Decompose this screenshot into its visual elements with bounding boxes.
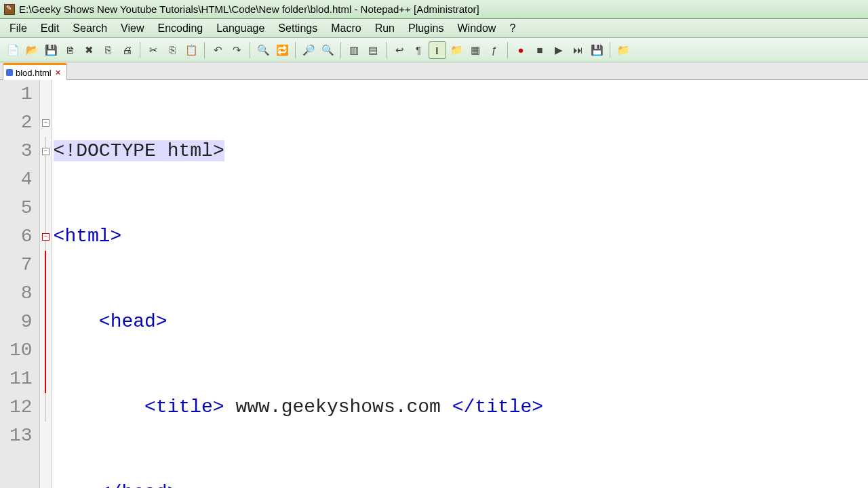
code-line: <!DOCTYPE html> [52, 137, 868, 165]
menu-macro[interactable]: Macro [324, 19, 368, 37]
replace-button[interactable]: 🔁 [273, 41, 291, 59]
line-number: 3 [9, 137, 33, 165]
close-button[interactable]: ✖ [80, 41, 98, 59]
menu-language[interactable]: Language [210, 19, 271, 37]
sync-h-button[interactable]: ▤ [364, 41, 382, 59]
tab-bar: blod.html ✕ [0, 62, 868, 80]
editor-area[interactable]: 1 2 3 4 5 6 7 8 9 10 11 12 13 <!DOCTYPE … [0, 80, 868, 488]
toolbar-separator [250, 42, 250, 58]
line-number: 6 [9, 222, 33, 251]
line-number: 4 [9, 165, 33, 194]
cut-button[interactable]: ✂ [144, 41, 162, 59]
word-wrap-button[interactable]: ↩ [391, 41, 408, 59]
line-number: 8 [9, 279, 33, 308]
menu-settings[interactable]: Settings [271, 19, 324, 37]
menu-window[interactable]: Window [450, 19, 502, 37]
toolbar-separator [386, 42, 387, 58]
tab-label: blod.html [16, 68, 52, 78]
menu-search[interactable]: Search [66, 19, 114, 37]
app-icon [4, 4, 15, 15]
zoom-in-button[interactable]: 🔎 [300, 41, 317, 59]
toolbar-separator [610, 42, 610, 58]
fold-toggle-icon[interactable] [42, 233, 50, 241]
print-button[interactable]: 🖨 [118, 41, 136, 59]
zoom-out-button[interactable]: 🔍 [319, 41, 336, 59]
open-file-button[interactable]: 📂 [23, 41, 41, 59]
toolbar-separator [295, 42, 296, 58]
paste-button[interactable]: 📋 [182, 41, 200, 59]
line-number: 13 [9, 422, 33, 450]
menu-edit[interactable]: Edit [34, 19, 66, 37]
save-button[interactable]: 💾 [42, 41, 60, 59]
line-number: 9 [9, 308, 33, 336]
line-number: 2 [9, 108, 33, 137]
line-number: 11 [9, 365, 33, 393]
file-type-icon [6, 69, 13, 76]
line-number-gutter: 1 2 3 4 5 6 7 8 9 10 11 12 13 [0, 80, 40, 488]
close-all-button[interactable]: ⎘ [99, 41, 117, 59]
code-line: </head> [52, 479, 868, 488]
new-file-button[interactable]: 📄 [4, 41, 22, 59]
menu-bar: File Edit Search View Encoding Language … [0, 19, 868, 38]
toolbar-separator [340, 42, 341, 58]
toolbar: 📄 📂 💾 🗎 ✖ ⎘ 🖨 ✂ ⎘ 📋 ↶ ↷ 🔍 🔁 🔎 🔍 ▥ ▤ ↩ ¶ … [0, 38, 868, 62]
line-number: 12 [9, 393, 33, 422]
show-all-chars-button[interactable]: ¶ [410, 41, 427, 59]
line-number: 5 [9, 194, 33, 222]
folder-button[interactable]: 📁 [614, 41, 632, 59]
window-title: E:\Geeky Shows New Youtube Tutorials\HTM… [19, 3, 479, 15]
fold-toggle-icon[interactable] [42, 148, 50, 155]
user-lang-button[interactable]: 📁 [448, 41, 465, 59]
fold-toggle-icon[interactable] [42, 119, 50, 127]
code-line: <title> www.geekyshows.com </title> [52, 393, 868, 422]
title-bar: E:\Geeky Shows New Youtube Tutorials\HTM… [0, 0, 868, 19]
menu-plugins[interactable]: Plugins [401, 19, 450, 37]
save-macro-button[interactable]: 💾 [588, 41, 606, 59]
line-number: 10 [9, 336, 33, 365]
menu-help[interactable]: ? [502, 19, 522, 37]
toolbar-separator [204, 42, 205, 58]
undo-button[interactable]: ↶ [209, 41, 226, 59]
play-multi-button[interactable]: ⏭ [569, 41, 587, 59]
doc-map-button[interactable]: ▦ [467, 41, 484, 59]
play-macro-button[interactable]: ▶ [550, 41, 568, 59]
line-number: 1 [9, 80, 33, 108]
toolbar-separator [507, 42, 508, 58]
toolbar-separator [140, 42, 140, 58]
fold-gutter [40, 80, 52, 488]
menu-run[interactable]: Run [368, 19, 401, 37]
code-line: <head> [52, 308, 868, 336]
save-all-button[interactable]: 🗎 [61, 41, 79, 59]
stop-macro-button[interactable]: ■ [531, 41, 549, 59]
indent-guide-button[interactable]: ⫿ [429, 41, 446, 59]
code-content[interactable]: <!DOCTYPE html> <html> <head> <title> ww… [52, 80, 868, 488]
menu-view[interactable]: View [114, 19, 151, 37]
func-list-button[interactable]: ƒ [486, 41, 503, 59]
menu-file[interactable]: File [3, 19, 34, 37]
sync-v-button[interactable]: ▥ [345, 41, 363, 59]
menu-encoding[interactable]: Encoding [151, 19, 210, 37]
redo-button[interactable]: ↷ [228, 41, 245, 59]
copy-button[interactable]: ⎘ [163, 41, 181, 59]
tab-blod-html[interactable]: blod.html ✕ [3, 63, 67, 80]
line-number: 7 [9, 251, 33, 279]
tab-close-icon[interactable]: ✕ [54, 68, 62, 77]
code-line: <html> [52, 222, 868, 251]
find-button[interactable]: 🔍 [254, 41, 272, 59]
record-macro-button[interactable]: ● [512, 41, 530, 59]
